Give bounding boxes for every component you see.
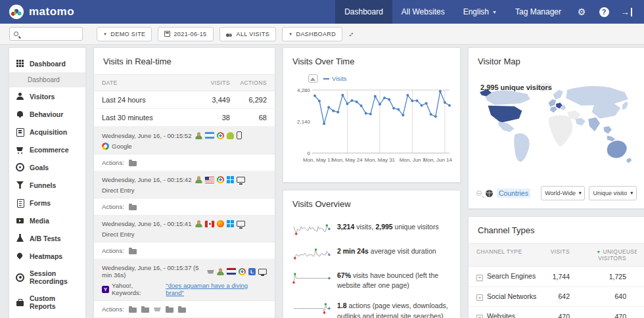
nav-item-all-websites[interactable]: All Websites	[392, 0, 454, 24]
channel-table-header: CHANNEL TYPE VISITS ▼UNIQUE VISITORS USE…	[469, 243, 644, 267]
realtime-col-visits[interactable]: VISITS	[192, 80, 230, 86]
search-box[interactable]	[9, 27, 83, 41]
export-image-icon[interactable]	[308, 74, 318, 83]
channel-label[interactable]: +Search Engines	[476, 272, 537, 281]
expand-plus-icon[interactable]: +	[476, 315, 483, 318]
target-icon	[16, 163, 24, 171]
sparkline[interactable]	[292, 223, 331, 236]
flag-us-icon	[205, 177, 214, 183]
sidebar-item-funnels[interactable]: Funnels	[9, 176, 85, 194]
widget-title: Visits Over Time	[283, 48, 460, 74]
overview-row: 1.8 actions (page views, downloads, outl…	[283, 296, 460, 318]
expand-plus-icon[interactable]: +	[476, 294, 483, 301]
search-input[interactable]	[22, 30, 78, 37]
actions-label: Actions:	[102, 203, 124, 210]
sidebar-item-session-recordings[interactable]: Session Recordings	[9, 265, 85, 290]
channel-unique-visitors: 1,725	[570, 273, 626, 281]
widget-title: Channel Types	[469, 217, 644, 243]
widget-title: Visits in Real-time	[94, 48, 275, 74]
countries-link[interactable]: Countries	[497, 189, 530, 198]
legend-visits[interactable]: Visits	[323, 75, 347, 82]
svg-text:Mon, May 24: Mon, May 24	[332, 157, 363, 163]
expand-zen-icon[interactable]: ↕	[347, 29, 356, 38]
visit-datetime-line: Wednesday, June 16, - 00:15:52	[102, 131, 267, 139]
quickbar-all-visits-button[interactable]: ALL VISITS	[219, 27, 277, 41]
sparkline[interactable]	[292, 271, 331, 284]
sparkline[interactable]	[292, 247, 331, 260]
quickbar-demo-site-button[interactable]: ▼DEMO SITE	[97, 27, 152, 41]
brand-text: matomo	[29, 5, 74, 18]
channel-unique-visitors: 640	[570, 292, 626, 300]
folder-icon	[166, 307, 173, 313]
widget-visits-over-time: Visits Over Time Visits 02,1404,280Mon, …	[283, 47, 461, 183]
sidebar-item-a-b-tests[interactable]: A/B Tests	[9, 229, 85, 247]
visit-datetime: Wednesday, June 16, - 00:15:52	[102, 132, 191, 139]
quickbar-dashboard-button[interactable]: ▼DASHBOARD	[282, 27, 342, 41]
sidebar-item-visitors[interactable]: Visitors	[9, 87, 85, 105]
sidebar-item-acquisition[interactable]: Acquisition	[9, 123, 85, 141]
sidebar-item-label: Dashboard	[30, 60, 66, 68]
sidebar-item-dashboard[interactable]: Dashboard	[9, 55, 85, 72]
sparkline[interactable]	[292, 302, 331, 315]
cart-icon	[207, 270, 214, 274]
svg-text:4,280: 4,280	[297, 87, 311, 93]
realtime-summary-row: Last 30 minutes3868	[94, 109, 275, 127]
channel-label[interactable]: +Social Networks	[476, 292, 537, 302]
record-icon	[16, 273, 24, 282]
region-select[interactable]: World-Wide▾	[541, 186, 585, 200]
svg-text:Mon, May 31: Mon, May 31	[365, 157, 396, 163]
matomo-brand[interactable]: matomo	[9, 5, 74, 19]
keyword-link[interactable]: "does aquaman have a diving brand"	[166, 282, 267, 296]
visit-row[interactable]: Wednesday, June 16, - 00:15:37 (5 min 36…	[94, 260, 275, 301]
yahoo-icon: Y	[102, 286, 109, 293]
sidebar-item-forms[interactable]: Forms	[9, 194, 85, 212]
visit-row[interactable]: Wednesday, June 16, - 00:15:42Direct Ent…	[94, 171, 275, 198]
chevron-down-icon: ▼	[492, 10, 497, 14]
folder-icon	[129, 205, 137, 210]
chrome-icon	[217, 176, 224, 183]
expand-plus-icon[interactable]: +	[476, 275, 483, 281]
overview-text: 1.8 actions (page views, downloads, outl…	[337, 301, 451, 318]
quickbar-2021-06-15-button[interactable]: 2021-06-15	[158, 27, 213, 41]
metric-select[interactable]: Unique visitors▾	[589, 186, 637, 200]
gear-icon[interactable]: ⚙	[570, 0, 593, 24]
sidebar-item-behaviour[interactable]: Behaviour	[9, 105, 85, 123]
matomo-logo-icon	[9, 5, 24, 19]
sidebar-item-custom-reports[interactable]: Custom Reports	[9, 290, 85, 315]
sidebar-item-goals[interactable]: Goals	[9, 158, 85, 176]
nav-item-dashboard[interactable]: Dashboard	[335, 0, 392, 24]
col-channel-type[interactable]: CHANNEL TYPE	[476, 248, 537, 261]
sidebar-item-ecommerce[interactable]: Ecommerce	[9, 141, 85, 158]
col-unique-visitors[interactable]: UNIQUE VISITORS	[598, 248, 626, 261]
button-label: DEMO SITE	[110, 31, 145, 37]
zoom-out-icon[interactable]	[476, 191, 482, 196]
sidebar-subitem-dashboard[interactable]: Dashboard	[9, 72, 85, 87]
svg-text:Mon, Jun 7: Mon, Jun 7	[400, 157, 426, 163]
signin-icon[interactable]: →	[615, 0, 637, 24]
avatar-icon	[217, 268, 224, 275]
sidebar-item-heatmaps[interactable]: Heatmaps	[9, 247, 85, 265]
actions-label: Actions:	[102, 159, 124, 166]
summary-actions: 6,292	[230, 96, 267, 104]
nav-item-tag-manager[interactable]: Tag Manager	[506, 0, 570, 24]
sidebar-item-label: Session Recordings	[30, 269, 79, 285]
visit-row[interactable]: Wednesday, June 16, - 00:15:52Google	[94, 127, 275, 154]
world-map[interactable]	[475, 77, 638, 175]
flag-ni-icon	[205, 132, 214, 139]
widget-visits-realtime: Visits in Real-time DATEVISITSACTIONS La…	[93, 47, 275, 318]
chevron-down-icon: ▼	[103, 32, 107, 36]
visit-row[interactable]: Wednesday, June 16, - 00:15:41Direct Ent…	[94, 216, 275, 242]
google-icon	[102, 143, 109, 150]
col-users[interactable]: USERS	[626, 248, 637, 261]
nav-item-english[interactable]: English▼	[454, 0, 506, 24]
map-unique-visitors-label: 2,995 unique visitors	[480, 83, 552, 91]
avatar-icon	[195, 220, 202, 227]
realtime-col-actions[interactable]: ACTIONS	[230, 80, 267, 86]
channel-label[interactable]: +Websites	[476, 312, 537, 318]
realtime-col-date[interactable]: DATE	[102, 80, 192, 86]
nav-item-label: Tag Manager	[515, 7, 561, 16]
sidebar-item-media[interactable]: Media	[9, 212, 85, 229]
col-visits[interactable]: VISITS	[537, 248, 570, 261]
help-icon[interactable]: ?	[593, 0, 615, 24]
visit-actions-row: Actions:	[94, 154, 275, 171]
